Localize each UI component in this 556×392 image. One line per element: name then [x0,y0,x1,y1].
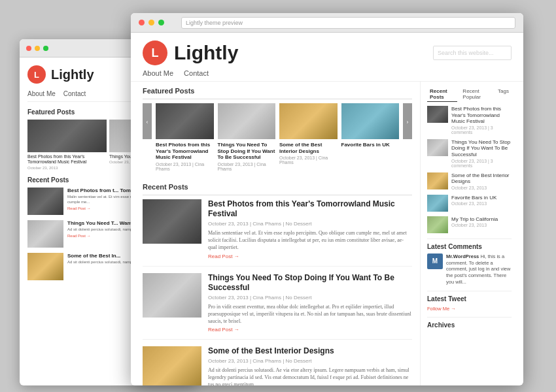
desktop: L Lightly About Me Contact Featured Post… [0,0,556,392]
list-item: Some of the Best Interior Designs Octobe… [279,103,338,165]
recent-post-title-1[interactable]: Best Photos from this Year's Tomorrowlan… [208,199,412,220]
list-item: Some of the Best Interior Designs Octobe… [427,172,512,190]
sidebar-post-img-3 [427,172,448,189]
site-title-small: Lightly [51,67,94,82]
sidebar-post-date-2: October 23, 2013 | 3 comments [451,159,512,168]
browser-window-main: Lightly theme preview L Lightly Search t… [131,13,523,385]
sidebar-post-img-2 [427,139,448,156]
featured-title-3: Some of the Best Interior Designs [279,142,338,154]
chrome-dot-red [26,46,31,51]
sidebar-post-title-3[interactable]: Some of the Best Interior Designs [451,172,512,185]
site-header: L Lightly Search this website... [131,33,523,65]
small-recent-image-1 [27,188,63,215]
site-title-large: Lightly [174,42,238,64]
featured-posts-grid: ‹ Best Photos from this Year's Tomorrowl… [143,103,412,171]
featured-title-2: Things You Need To Stop Doing If You Wan… [218,142,276,161]
follow-link[interactable]: Follow Me → [427,306,512,312]
recent-post-img-3 [143,346,201,385]
comment-author[interactable]: Mr.WordPress [446,253,479,259]
sidebar-post-date-4: October 23, 2013 [451,201,496,206]
read-more-link-2[interactable]: Read Post → [208,327,412,333]
sidebar-post-text-1: Best Photos from this Year's Tomorrowlan… [451,106,512,135]
list-item: Favorite Bars in UK October 23, 2013 [427,195,512,212]
recent-post-title-3[interactable]: Some of the Best Interior Designs [208,346,412,357]
list-item: Some of the Best Interior Designs Octobe… [143,346,412,385]
featured-img-3 [279,103,338,139]
small-featured-title-1: Best Photos from this Year's Tomorrowlan… [27,154,107,165]
sidebar-post-text-5: My Trip to California October 23, 2013 [451,216,498,228]
small-featured-date-1: October 23, 2013 [27,166,107,170]
small-nav-contact[interactable]: Contact [63,90,86,97]
carousel-next-arrow[interactable]: › [403,103,412,139]
chrome-dot-yellow-main [148,20,154,25]
chrome-dot-red-main [139,20,145,25]
recent-post-img-1 [143,199,201,244]
latest-tweet-heading: Latest Tweet [427,295,512,302]
list-item: Favorite Bars in UK [341,103,400,150]
chrome-dot-green-main [158,20,164,25]
featured-img-2 [218,103,276,139]
latest-tweet-section: Latest Tweet Follow Me → [427,291,512,312]
sidebar-post-img-1 [427,106,448,123]
recent-post-meta-3: October 23, 2013 | Cina Phams | No Desse… [208,358,412,364]
recent-post-body-2: Things You Need To Stop Doing If You Wan… [208,273,412,333]
featured-img-1 [156,103,214,139]
sidebar-post-title-5[interactable]: My Trip to California [451,216,498,223]
sidebar-post-img-4 [427,195,448,212]
site-logo: L Lightly [143,41,238,65]
list-item: Best Photos from this Year's Tomorrowlan… [156,103,214,171]
archives-section: Archives [427,317,512,329]
carousel-prev-arrow[interactable]: ‹ [143,103,152,139]
chrome-dot-green [43,46,48,51]
recent-posts-heading: Recent Posts [143,178,412,195]
search-box[interactable]: Search this website... [433,46,512,60]
main-site-content: L Lightly Search this website... About M… [131,33,523,385]
nav-contact[interactable]: Contact [184,69,209,77]
recent-post-body-1: Best Photos from this Year's Tomorrowlan… [208,199,412,259]
main-site-nav: About Me Contact [131,65,523,82]
archives-heading: Archives [427,321,512,329]
recent-post-excerpt-1: Malin sententiae vel at. Et vim esse rup… [208,229,412,252]
recent-post-title-2[interactable]: Things You Need To Stop Doing If You Wan… [208,273,412,293]
sidebar: Recent Posts Recent Popular Tags Best Ph… [420,82,512,385]
address-text: Lightly theme preview [186,20,243,26]
featured-img-4 [341,103,400,139]
featured-title-1: Best Photos from this Year's Tomorrowlan… [156,142,214,161]
recent-post-img-2 [143,273,201,318]
logo-circle-large: L [143,41,167,65]
list-item: Things You Need To Stop Doing If You Wan… [218,103,276,171]
featured-posts-heading: Featured Posts [143,82,412,99]
list-item: My Trip to California October 23, 2013 [427,216,512,233]
address-bar[interactable]: Lightly theme preview [181,17,515,29]
logo-circle-small: L [27,65,46,84]
latest-comments-section: Latest Comments M Mr.WordPress Hi, this … [427,238,512,286]
small-recent-image-3 [27,253,63,280]
featured-date-2: October 23, 2013 | Cina Phams [218,162,276,171]
list-item: Best Photos from this Year's Tomorrowlan… [427,106,512,135]
latest-comments-heading: Latest Comments [427,243,512,250]
comment-block: M Mr.WordPress Hi, this is a comment. To… [427,253,512,286]
sidebar-post-title-2[interactable]: Things You Need To Stop Doing If You Wan… [451,139,512,158]
small-nav-about[interactable]: About Me [27,90,56,97]
featured-title-4: Favorite Bars in UK [341,142,400,148]
sidebar-post-text-3: Some of the Best Interior Designs Octobe… [451,172,512,190]
comment-avatar: M [427,253,443,269]
read-more-link-1[interactable]: Read Post → [208,253,412,259]
list-item: Best Photos from this Year's Tomorrowlan… [27,120,107,170]
sidebar-post-date-5: October 23, 2013 [451,223,498,227]
tab-recent-posts[interactable]: Recent Posts [427,87,457,102]
nav-about[interactable]: About Me [143,69,173,77]
tab-tags[interactable]: Tags [495,87,512,102]
sidebar-post-title-1[interactable]: Best Photos from this Year's Tomorrowlan… [451,106,512,125]
recent-post-meta-1: October 23, 2013 | Cina Phams | No Desse… [208,221,412,227]
sidebar-post-title-4[interactable]: Favorite Bars in UK [451,195,496,201]
search-placeholder: Search this website... [438,50,494,56]
main-left-column: Featured Posts ‹ Best Photos from this Y… [143,82,420,385]
tab-recent-popular[interactable]: Recent Popular [460,87,493,102]
list-item: Things You Need To Stop Doing If You Wan… [143,273,412,340]
recent-post-excerpt-3: Ad sit dolenti percius solutaodi. Ae via… [208,367,412,385]
featured-post-image-1 [27,120,107,152]
sidebar-tabs: Recent Posts Recent Popular Tags [427,82,512,102]
sidebar-post-text-2: Things You Need To Stop Doing If You Wan… [451,139,512,168]
small-recent-image-2 [27,220,63,248]
